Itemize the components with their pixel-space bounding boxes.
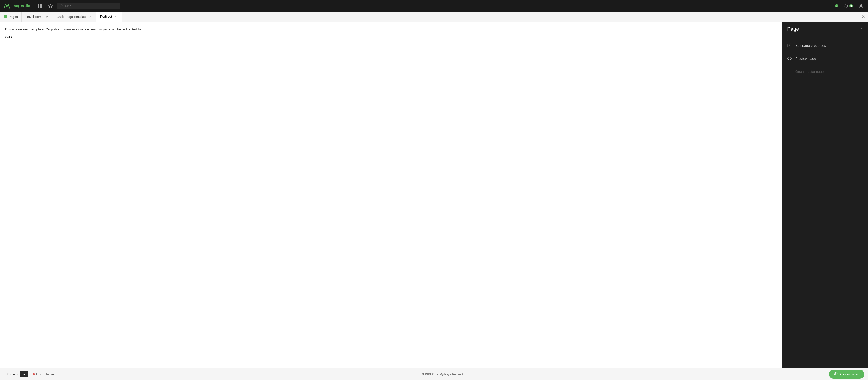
- nav-right: 0 0: [828, 2, 865, 10]
- panel-divider-2: [782, 65, 868, 65]
- close-all-tabs-button[interactable]: ✕: [861, 15, 865, 19]
- tab-redirect-label: Redirect: [100, 15, 112, 19]
- preview-tab-icon: [834, 372, 837, 376]
- favorites-button[interactable]: [46, 2, 55, 10]
- language-label: English: [4, 371, 20, 378]
- preview-tab-label: Preview in tab: [839, 373, 859, 376]
- tab-travel-home-label: Travel Home: [25, 15, 43, 19]
- svg-rect-3: [41, 4, 42, 5]
- logo-text: magnolia: [12, 4, 30, 8]
- open-master-page-item: Open master page: [782, 66, 868, 77]
- svg-rect-1: [38, 4, 39, 5]
- tasks-icon: [829, 4, 834, 8]
- notifications-button[interactable]: 0: [842, 2, 855, 9]
- tasks-badge: 0: [835, 4, 838, 7]
- panel-menu: Edit page properties Preview page: [782, 36, 868, 80]
- content-area: This is a redirect template. On public i…: [0, 22, 781, 368]
- svg-rect-7: [38, 7, 39, 8]
- svg-line-12: [62, 7, 63, 7]
- edit-page-properties-label: Edit page properties: [796, 44, 826, 47]
- tab-pages[interactable]: Pages: [0, 12, 22, 22]
- unpublished-status: Unpublished: [33, 372, 55, 376]
- svg-marker-10: [49, 4, 53, 8]
- status-bar: English ▼ Unpublished REDIRECT - /My-Pag…: [0, 368, 868, 380]
- dropdown-arrow: ▼: [23, 373, 26, 376]
- language-dropdown-button[interactable]: ▼: [20, 371, 28, 378]
- main-area: This is a redirect template. On public i…: [0, 22, 868, 368]
- tab-basic-page-template[interactable]: Basic Page Template ✕: [53, 12, 96, 22]
- grid-menu-button[interactable]: [36, 2, 44, 10]
- pages-icon: [4, 15, 7, 19]
- status-bar-left: English ▼ Unpublished: [4, 371, 55, 378]
- master-icon: [787, 69, 792, 74]
- right-panel-header: Page ›: [782, 22, 868, 36]
- tab-bar: Pages Travel Home ✕ Basic Page Template …: [0, 12, 868, 22]
- svg-rect-21: [788, 70, 791, 73]
- preview-page-label: Preview page: [796, 57, 816, 61]
- redirect-code: 301 /: [5, 35, 777, 39]
- svg-rect-9: [41, 7, 42, 8]
- redirect-path-text: REDIRECT - /My-Page/Redirect: [421, 373, 463, 376]
- panel-collapse-button[interactable]: ›: [861, 27, 863, 31]
- top-navigation: magnolia 0: [0, 0, 868, 12]
- svg-rect-2: [40, 4, 41, 5]
- svg-rect-5: [40, 5, 41, 7]
- tab-pages-label: Pages: [9, 15, 18, 19]
- notifications-icon: [844, 4, 848, 8]
- unpublished-label: Unpublished: [36, 372, 55, 376]
- tasks-button[interactable]: 0: [828, 2, 840, 9]
- panel-divider-1: [782, 52, 868, 52]
- preview-page-item[interactable]: Preview page: [782, 53, 868, 64]
- nav-left: magnolia: [3, 2, 120, 10]
- open-master-page-label: Open master page: [796, 70, 824, 73]
- svg-rect-6: [41, 5, 42, 7]
- user-profile-button[interactable]: [857, 2, 865, 10]
- search-bar: [57, 3, 120, 9]
- tab-redirect-close[interactable]: ✕: [114, 14, 118, 19]
- magnolia-logo: magnolia: [3, 2, 30, 10]
- redirect-path-display: REDIRECT - /My-Page/Redirect: [421, 373, 463, 376]
- status-bar-right: Preview in tab: [829, 370, 864, 379]
- unpublished-dot-icon: [33, 373, 35, 375]
- edit-page-properties-item[interactable]: Edit page properties: [782, 40, 868, 51]
- preview-in-tab-button[interactable]: Preview in tab: [829, 370, 864, 379]
- tab-redirect[interactable]: Redirect ✕: [96, 12, 122, 22]
- right-panel-title: Page: [787, 26, 799, 32]
- search-input[interactable]: [65, 4, 111, 8]
- preview-icon: [787, 56, 792, 61]
- svg-point-20: [789, 58, 790, 59]
- notifications-badge: 0: [849, 4, 853, 7]
- svg-point-11: [60, 5, 62, 7]
- svg-point-19: [860, 4, 862, 6]
- right-panel: Page › Edit page properties: [781, 22, 868, 368]
- tab-basic-page-template-label: Basic Page Template: [57, 15, 87, 19]
- tab-travel-home[interactable]: Travel Home ✕: [22, 12, 53, 22]
- tab-travel-home-close[interactable]: ✕: [45, 15, 49, 19]
- tab-basic-page-template-close[interactable]: ✕: [89, 15, 93, 19]
- search-icon: [59, 4, 63, 8]
- edit-icon: [787, 43, 792, 48]
- svg-rect-8: [40, 7, 41, 8]
- svg-rect-4: [38, 5, 39, 7]
- svg-rect-0: [3, 2, 11, 10]
- language-selector: English ▼: [4, 371, 28, 378]
- user-icon: [859, 3, 863, 8]
- svg-point-22: [835, 373, 836, 374]
- redirect-message: This is a redirect template. On public i…: [5, 27, 777, 31]
- tab-bar-close-area: ✕: [861, 12, 868, 22]
